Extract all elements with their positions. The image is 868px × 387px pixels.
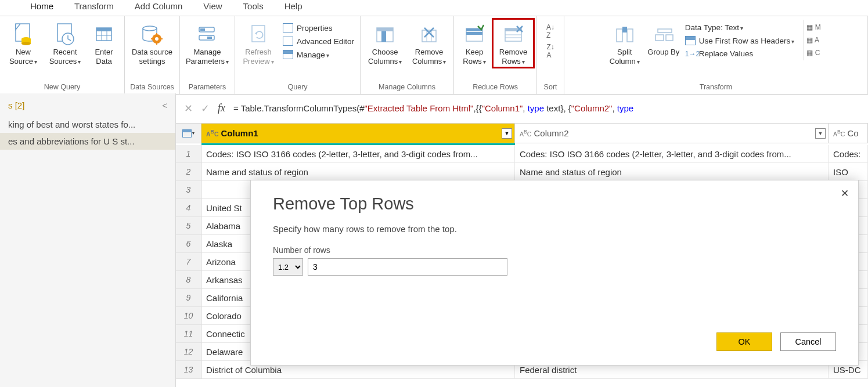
svg-rect-19 — [200, 28, 205, 31]
svg-rect-7 — [96, 28, 111, 31]
manage-parameters-button[interactable]: Manage Parameters — [183, 20, 231, 67]
row-number: 11 — [176, 325, 201, 343]
cell[interactable]: ISO — [829, 163, 868, 181]
cell[interactable]: Codes: — [829, 145, 868, 163]
svg-rect-25 — [381, 31, 386, 42]
data-type-button[interactable]: Data Type: Text — [683, 22, 797, 33]
formula-bar: ✕ ✓ fx = Table.TransformColumnTypes(#"Ex… — [176, 93, 868, 124]
recent-sources-button[interactable]: Recent Sources — [45, 20, 85, 67]
properties-button[interactable]: Properties — [280, 22, 356, 34]
remove-columns-button[interactable]: Remove Columns — [408, 20, 450, 67]
tab-help[interactable]: Help — [282, 0, 305, 12]
manage-button[interactable]: Manage — [280, 49, 356, 60]
table-icon[interactable]: ▾ — [176, 124, 201, 143]
cell[interactable]: Name and status of region — [201, 163, 515, 181]
collapse-icon[interactable]: < — [162, 100, 167, 110]
row-number: 13 — [176, 361, 201, 379]
remove-top-rows-dialog: ✕ Remove Top Rows Specify how many rows … — [250, 180, 859, 366]
properties-icon — [283, 23, 293, 32]
sidebar-item[interactable]: es and abbreviations for U S st... — [0, 133, 175, 150]
group-parameters: Manage Parameters Parameters — [180, 16, 235, 94]
merge-icon[interactable]: ▦ M — [806, 23, 824, 31]
group-sort: A↓Z Z↓A Sort — [537, 16, 564, 94]
tab-home[interactable]: Home — [28, 0, 56, 12]
split-column-button[interactable]: Split Column — [605, 20, 644, 67]
type-text-icon: ABC — [520, 129, 531, 138]
row-number: 12 — [176, 343, 201, 361]
type-select[interactable]: 1.2 — [273, 258, 303, 276]
row-number: 2 — [176, 163, 201, 181]
cancel-formula-icon[interactable]: ✕ — [184, 102, 193, 115]
tab-add-column[interactable]: Add Column — [132, 0, 185, 12]
row-number: 5 — [176, 217, 201, 235]
remove-rows-button[interactable]: Remove Rows — [494, 20, 533, 67]
replace-icon: 1→2 — [685, 50, 696, 58]
close-icon[interactable]: ✕ — [841, 187, 849, 200]
sort-asc-button[interactable]: A↓Z — [546, 23, 554, 39]
advanced-editor-button[interactable]: Advanced Editor — [280, 35, 356, 47]
keep-rows-button[interactable]: Keep Rows — [458, 20, 491, 67]
replace-values-button[interactable]: 1→2Replace Values — [683, 48, 797, 59]
column-header-1[interactable]: ABCColumn1▼ — [201, 124, 515, 143]
sidebar-header: s [2] < — [0, 100, 175, 116]
cancel-button[interactable]: Cancel — [780, 332, 836, 351]
ribbon: New Source Recent Sources Enter Data New… — [0, 16, 868, 95]
group-new-query: New Source Recent Sources Enter Data New… — [0, 16, 125, 94]
column-header-2[interactable]: ABCColumn2▼ — [515, 124, 829, 143]
queries-sidebar: s [2] < king of best and worst states fo… — [0, 93, 176, 387]
group-by-button[interactable]: Group By — [647, 20, 680, 58]
svg-rect-39 — [658, 29, 672, 32]
group-reduce-rows: Keep Rows Remove Rows Reduce Rows — [454, 16, 537, 94]
svg-point-11 — [143, 26, 157, 31]
query-small-buttons: Properties Advanced Editor Manage — [280, 20, 356, 60]
combine-icon[interactable]: ▦ C — [806, 49, 824, 57]
row-number: 1 — [176, 145, 201, 163]
formula-text[interactable]: = Table.TransformColumnTypes(#"Extracted… — [233, 103, 860, 114]
filter-icon[interactable]: ▼ — [815, 128, 826, 139]
row-number: 6 — [176, 235, 201, 253]
filter-icon[interactable]: ▼ — [502, 128, 512, 139]
cell[interactable]: Name and status of region — [515, 163, 829, 181]
ok-button[interactable]: OK — [716, 332, 772, 351]
sort-desc-button[interactable]: Z↓A — [546, 43, 554, 59]
row-number: 7 — [176, 253, 201, 271]
group-data-sources: Data source settings Data Sources — [125, 16, 180, 94]
column-header-3[interactable]: ABCCo — [829, 124, 868, 143]
new-source-button[interactable]: New Source — [3, 20, 43, 67]
sidebar-item[interactable]: king of best and worst states fo... — [0, 116, 175, 133]
svg-rect-41 — [666, 35, 673, 41]
grid-header: ▾ ABCColumn1▼ ABCColumn2▼ ABCCo — [176, 124, 868, 143]
row-number: 10 — [176, 307, 201, 325]
editor-icon — [283, 37, 293, 46]
svg-rect-38 — [622, 27, 627, 32]
cell[interactable]: Codes: ISO ISO 3166 codes (2-letter, 3-l… — [201, 145, 515, 163]
data-source-settings-button[interactable]: Data source settings — [128, 20, 176, 67]
refresh-preview-button[interactable]: Refresh Preview — [239, 20, 278, 67]
row-number: 9 — [176, 289, 201, 307]
type-text-icon: ABC — [206, 129, 219, 138]
group-query: Refresh Preview Properties Advanced Edit… — [235, 16, 361, 94]
accept-formula-icon[interactable]: ✓ — [201, 102, 210, 115]
svg-rect-31 — [466, 32, 482, 35]
manage-icon — [283, 50, 293, 59]
svg-rect-37 — [627, 29, 633, 42]
append-icon[interactable]: ▦ A — [806, 36, 824, 44]
table-row[interactable]: 2 Name and status of region Name and sta… — [176, 163, 868, 181]
table-row[interactable]: 1 Codes: ISO ISO 3166 codes (2-letter, 3… — [176, 145, 868, 163]
svg-point-13 — [155, 37, 159, 41]
svg-rect-21 — [207, 37, 212, 39]
tab-tools[interactable]: Tools — [241, 0, 266, 12]
row-number: 3 — [176, 181, 201, 199]
tab-view[interactable]: View — [201, 0, 224, 12]
enter-data-button[interactable]: Enter Data — [87, 20, 121, 67]
row-number: 8 — [176, 271, 201, 289]
group-transform: Split Column Group By Data Type: Text Us… — [564, 16, 868, 94]
cell[interactable]: Codes: ISO ISO 3166 codes (2-letter, 3-l… — [515, 145, 829, 163]
tab-transform[interactable]: Transform — [72, 0, 116, 12]
svg-rect-36 — [617, 29, 622, 42]
choose-columns-button[interactable]: Choose Columns — [364, 20, 406, 67]
field-label: Number of rows — [273, 245, 836, 255]
number-of-rows-input[interactable] — [308, 258, 507, 276]
svg-rect-20 — [199, 35, 214, 40]
first-row-headers-button[interactable]: Use First Row as Headers — [683, 35, 797, 46]
